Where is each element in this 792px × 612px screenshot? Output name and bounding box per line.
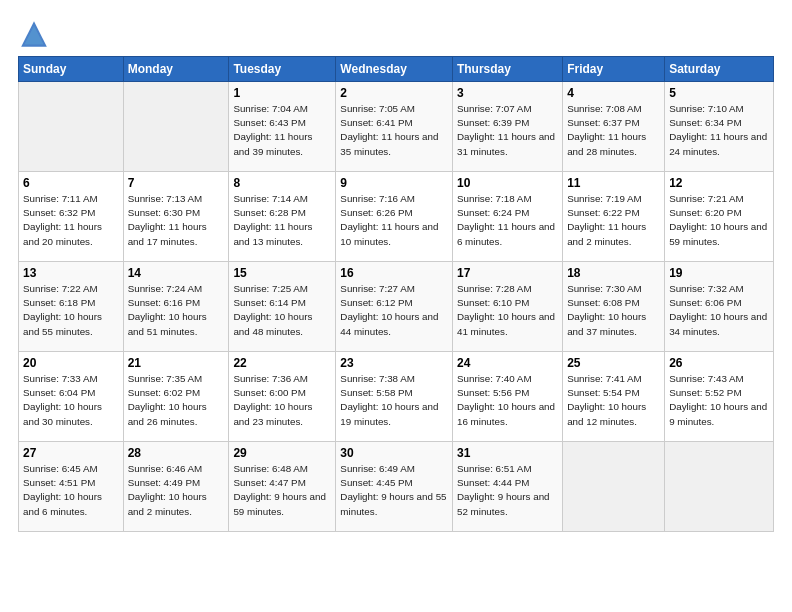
- col-header-monday: Monday: [123, 57, 229, 82]
- day-info: Sunrise: 7:32 AM Sunset: 6:06 PM Dayligh…: [669, 282, 769, 339]
- day-number: 4: [567, 86, 660, 100]
- day-info: Sunrise: 6:49 AM Sunset: 4:45 PM Dayligh…: [340, 462, 448, 519]
- week-row-5: 27Sunrise: 6:45 AM Sunset: 4:51 PM Dayli…: [19, 442, 774, 532]
- day-cell: 9Sunrise: 7:16 AM Sunset: 6:26 PM Daylig…: [336, 172, 453, 262]
- day-cell: 2Sunrise: 7:05 AM Sunset: 6:41 PM Daylig…: [336, 82, 453, 172]
- day-info: Sunrise: 7:27 AM Sunset: 6:12 PM Dayligh…: [340, 282, 448, 339]
- day-cell: 22Sunrise: 7:36 AM Sunset: 6:00 PM Dayli…: [229, 352, 336, 442]
- day-number: 7: [128, 176, 225, 190]
- day-info: Sunrise: 7:36 AM Sunset: 6:00 PM Dayligh…: [233, 372, 331, 429]
- day-number: 1: [233, 86, 331, 100]
- day-number: 30: [340, 446, 448, 460]
- day-cell: 16Sunrise: 7:27 AM Sunset: 6:12 PM Dayli…: [336, 262, 453, 352]
- week-row-3: 13Sunrise: 7:22 AM Sunset: 6:18 PM Dayli…: [19, 262, 774, 352]
- day-number: 28: [128, 446, 225, 460]
- day-info: Sunrise: 7:05 AM Sunset: 6:41 PM Dayligh…: [340, 102, 448, 159]
- day-cell: 4Sunrise: 7:08 AM Sunset: 6:37 PM Daylig…: [563, 82, 665, 172]
- week-row-1: 1Sunrise: 7:04 AM Sunset: 6:43 PM Daylig…: [19, 82, 774, 172]
- day-number: 27: [23, 446, 119, 460]
- day-number: 31: [457, 446, 558, 460]
- day-cell: 28Sunrise: 6:46 AM Sunset: 4:49 PM Dayli…: [123, 442, 229, 532]
- day-number: 24: [457, 356, 558, 370]
- day-number: 17: [457, 266, 558, 280]
- header: [18, 18, 774, 50]
- day-number: 25: [567, 356, 660, 370]
- day-number: 8: [233, 176, 331, 190]
- day-cell: [563, 442, 665, 532]
- day-number: 5: [669, 86, 769, 100]
- day-info: Sunrise: 7:40 AM Sunset: 5:56 PM Dayligh…: [457, 372, 558, 429]
- day-cell: 13Sunrise: 7:22 AM Sunset: 6:18 PM Dayli…: [19, 262, 124, 352]
- day-number: 2: [340, 86, 448, 100]
- day-number: 19: [669, 266, 769, 280]
- day-cell: 14Sunrise: 7:24 AM Sunset: 6:16 PM Dayli…: [123, 262, 229, 352]
- day-info: Sunrise: 7:16 AM Sunset: 6:26 PM Dayligh…: [340, 192, 448, 249]
- day-number: 22: [233, 356, 331, 370]
- day-number: 6: [23, 176, 119, 190]
- day-cell: 8Sunrise: 7:14 AM Sunset: 6:28 PM Daylig…: [229, 172, 336, 262]
- day-info: Sunrise: 7:33 AM Sunset: 6:04 PM Dayligh…: [23, 372, 119, 429]
- day-info: Sunrise: 7:04 AM Sunset: 6:43 PM Dayligh…: [233, 102, 331, 159]
- day-info: Sunrise: 7:19 AM Sunset: 6:22 PM Dayligh…: [567, 192, 660, 249]
- day-cell: 18Sunrise: 7:30 AM Sunset: 6:08 PM Dayli…: [563, 262, 665, 352]
- week-row-2: 6Sunrise: 7:11 AM Sunset: 6:32 PM Daylig…: [19, 172, 774, 262]
- calendar-table: SundayMondayTuesdayWednesdayThursdayFrid…: [18, 56, 774, 532]
- day-cell: 1Sunrise: 7:04 AM Sunset: 6:43 PM Daylig…: [229, 82, 336, 172]
- day-cell: 17Sunrise: 7:28 AM Sunset: 6:10 PM Dayli…: [452, 262, 562, 352]
- logo-icon: [18, 18, 50, 50]
- day-info: Sunrise: 7:24 AM Sunset: 6:16 PM Dayligh…: [128, 282, 225, 339]
- day-info: Sunrise: 6:48 AM Sunset: 4:47 PM Dayligh…: [233, 462, 331, 519]
- day-info: Sunrise: 7:43 AM Sunset: 5:52 PM Dayligh…: [669, 372, 769, 429]
- day-info: Sunrise: 6:46 AM Sunset: 4:49 PM Dayligh…: [128, 462, 225, 519]
- day-number: 3: [457, 86, 558, 100]
- day-cell: 11Sunrise: 7:19 AM Sunset: 6:22 PM Dayli…: [563, 172, 665, 262]
- day-cell: 24Sunrise: 7:40 AM Sunset: 5:56 PM Dayli…: [452, 352, 562, 442]
- day-number: 26: [669, 356, 769, 370]
- day-cell: 31Sunrise: 6:51 AM Sunset: 4:44 PM Dayli…: [452, 442, 562, 532]
- day-cell: 3Sunrise: 7:07 AM Sunset: 6:39 PM Daylig…: [452, 82, 562, 172]
- day-cell: 29Sunrise: 6:48 AM Sunset: 4:47 PM Dayli…: [229, 442, 336, 532]
- day-number: 14: [128, 266, 225, 280]
- day-cell: 12Sunrise: 7:21 AM Sunset: 6:20 PM Dayli…: [665, 172, 774, 262]
- day-cell: 6Sunrise: 7:11 AM Sunset: 6:32 PM Daylig…: [19, 172, 124, 262]
- week-row-4: 20Sunrise: 7:33 AM Sunset: 6:04 PM Dayli…: [19, 352, 774, 442]
- day-cell: 23Sunrise: 7:38 AM Sunset: 5:58 PM Dayli…: [336, 352, 453, 442]
- day-number: 18: [567, 266, 660, 280]
- day-cell: 25Sunrise: 7:41 AM Sunset: 5:54 PM Dayli…: [563, 352, 665, 442]
- day-cell: 30Sunrise: 6:49 AM Sunset: 4:45 PM Dayli…: [336, 442, 453, 532]
- day-cell: [123, 82, 229, 172]
- day-cell: 21Sunrise: 7:35 AM Sunset: 6:02 PM Dayli…: [123, 352, 229, 442]
- day-info: Sunrise: 7:25 AM Sunset: 6:14 PM Dayligh…: [233, 282, 331, 339]
- day-cell: 10Sunrise: 7:18 AM Sunset: 6:24 PM Dayli…: [452, 172, 562, 262]
- day-number: 15: [233, 266, 331, 280]
- col-header-tuesday: Tuesday: [229, 57, 336, 82]
- day-cell: 5Sunrise: 7:10 AM Sunset: 6:34 PM Daylig…: [665, 82, 774, 172]
- day-info: Sunrise: 7:18 AM Sunset: 6:24 PM Dayligh…: [457, 192, 558, 249]
- day-cell: 20Sunrise: 7:33 AM Sunset: 6:04 PM Dayli…: [19, 352, 124, 442]
- day-number: 9: [340, 176, 448, 190]
- col-header-thursday: Thursday: [452, 57, 562, 82]
- day-info: Sunrise: 7:35 AM Sunset: 6:02 PM Dayligh…: [128, 372, 225, 429]
- col-header-wednesday: Wednesday: [336, 57, 453, 82]
- day-info: Sunrise: 7:11 AM Sunset: 6:32 PM Dayligh…: [23, 192, 119, 249]
- day-info: Sunrise: 7:28 AM Sunset: 6:10 PM Dayligh…: [457, 282, 558, 339]
- day-info: Sunrise: 7:07 AM Sunset: 6:39 PM Dayligh…: [457, 102, 558, 159]
- day-info: Sunrise: 7:38 AM Sunset: 5:58 PM Dayligh…: [340, 372, 448, 429]
- day-number: 11: [567, 176, 660, 190]
- page: SundayMondayTuesdayWednesdayThursdayFrid…: [0, 0, 792, 612]
- day-number: 16: [340, 266, 448, 280]
- day-info: Sunrise: 6:45 AM Sunset: 4:51 PM Dayligh…: [23, 462, 119, 519]
- day-info: Sunrise: 7:41 AM Sunset: 5:54 PM Dayligh…: [567, 372, 660, 429]
- col-header-friday: Friday: [563, 57, 665, 82]
- day-number: 13: [23, 266, 119, 280]
- day-cell: [665, 442, 774, 532]
- day-info: Sunrise: 7:10 AM Sunset: 6:34 PM Dayligh…: [669, 102, 769, 159]
- logo: [18, 18, 54, 50]
- day-number: 29: [233, 446, 331, 460]
- day-info: Sunrise: 7:21 AM Sunset: 6:20 PM Dayligh…: [669, 192, 769, 249]
- day-info: Sunrise: 7:08 AM Sunset: 6:37 PM Dayligh…: [567, 102, 660, 159]
- day-number: 10: [457, 176, 558, 190]
- day-number: 20: [23, 356, 119, 370]
- day-cell: 26Sunrise: 7:43 AM Sunset: 5:52 PM Dayli…: [665, 352, 774, 442]
- calendar-header-row: SundayMondayTuesdayWednesdayThursdayFrid…: [19, 57, 774, 82]
